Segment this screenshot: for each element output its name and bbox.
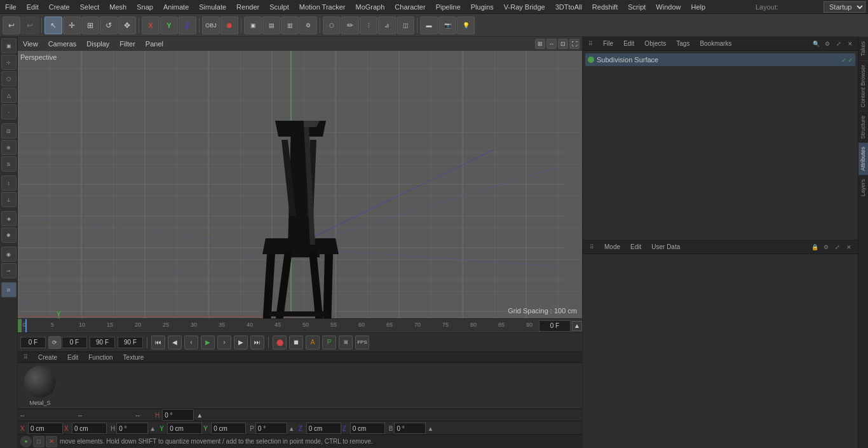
scale-tool-button[interactable]: ⊞ (81, 17, 99, 34)
object-checkmark2-icon[interactable]: ✓ (848, 57, 853, 64)
sidebar-magnet-btn[interactable]: S (1, 156, 17, 172)
attributes-settings-icon[interactable]: ⚙ (821, 242, 831, 252)
deformer-button[interactable]: ⊿ (378, 17, 396, 34)
menu-character[interactable]: Character (390, 2, 430, 12)
sidebar-loop-btn[interactable]: ↕ (1, 175, 17, 191)
objects-search-icon[interactable]: 🔍 (811, 39, 821, 49)
array-button[interactable]: ⋮ (360, 17, 377, 34)
menu-select[interactable]: Select (75, 2, 105, 12)
viewport-ctrl-3[interactable]: ⊡ (558, 39, 568, 49)
playback-fps-btn[interactable]: FPS (355, 336, 369, 350)
viewport-menu-view[interactable]: View (20, 39, 41, 49)
sidebar-fill-btn[interactable]: ◉ (1, 247, 17, 262)
sidebar-smooth-btn[interactable]: ⊸ (1, 263, 17, 278)
menu-animate[interactable]: Animate (158, 2, 194, 12)
playback-start-field[interactable] (20, 337, 46, 348)
menu-sculpt[interactable]: Sculpt (264, 2, 294, 12)
record-button[interactable]: ⏺ (220, 17, 238, 34)
menu-plugins[interactable]: Plugins (466, 2, 499, 12)
sidebar-poly-mode[interactable]: ⬡ (1, 71, 17, 86)
universal-tool-button[interactable]: ✥ (118, 17, 136, 34)
menu-help[interactable]: Help (686, 2, 710, 12)
sidebar-snap-btn[interactable]: ⊕ (1, 140, 17, 155)
playback-next-frame[interactable]: › (217, 336, 231, 350)
tab-attributes[interactable]: Attributes (858, 142, 868, 175)
menu-vray[interactable]: V-Ray Bridge (499, 2, 550, 12)
objects-settings-icon[interactable]: ⚙ (822, 39, 832, 49)
undo-button[interactable]: ↩ (3, 17, 20, 34)
attributes-close-icon[interactable]: ✕ (844, 242, 854, 252)
pen-tool-button[interactable]: ✏ (341, 17, 359, 34)
bottom-menu-edit[interactable]: Edit (65, 353, 81, 362)
sidebar-point-mode[interactable]: · (1, 104, 17, 119)
tab-structure[interactable]: Structure (858, 111, 868, 143)
tab-layers[interactable]: Layers (858, 175, 868, 200)
playback-step-field[interactable] (118, 337, 143, 348)
menu-3dtoall[interactable]: 3DTtoAll (550, 2, 587, 12)
object-item-subdivision[interactable]: Subdivision Surface ✓ ✓ (585, 53, 855, 66)
playback-goto-start[interactable]: ⏮ (151, 336, 165, 350)
playback-step-back[interactable]: ◀ (168, 336, 182, 350)
playback-goto-end[interactable]: ⏭ (250, 336, 264, 350)
redo-button[interactable]: ↩ (21, 17, 39, 34)
viewport-ctrl-1[interactable]: ⊞ (535, 39, 545, 49)
coord-h-field[interactable] (162, 409, 194, 421)
attributes-menu-edit[interactable]: Edit (628, 242, 644, 252)
object-checkmark-icon[interactable]: ✓ (841, 57, 846, 64)
sidebar-uv-mode[interactable]: ⊡ (1, 123, 17, 139)
playback-grid-btn[interactable]: ⊞ (339, 336, 353, 350)
y-pos-field[interactable] (167, 423, 202, 434)
playback-current-field[interactable] (62, 337, 87, 348)
move-tool-button[interactable]: ✛ (63, 17, 81, 34)
menu-edit[interactable]: Edit (22, 2, 44, 12)
mirror-button[interactable]: ◫ (397, 17, 414, 34)
sidebar-edge-cut[interactable]: ⊥ (1, 192, 17, 207)
playback-end-field[interactable] (90, 337, 115, 348)
rotate-tool-button[interactable]: ↺ (100, 17, 118, 34)
playback-auto-key[interactable]: A (306, 336, 320, 350)
viewport-menu-filter[interactable]: Filter (117, 39, 137, 49)
timeline-frame-up-btn[interactable]: ▲ (572, 321, 582, 331)
render-active-button[interactable]: ▥ (281, 17, 299, 34)
material-name[interactable]: Metal_S (29, 400, 50, 406)
perspective-cube-button[interactable]: ⬡ (323, 17, 341, 34)
objects-maximize-icon[interactable]: ⤢ (834, 39, 844, 49)
objects-menu-file[interactable]: File (600, 39, 616, 48)
x-pos-field[interactable] (28, 423, 63, 434)
sidebar-edge-mode[interactable]: △ (1, 88, 17, 103)
bottom-menu-texture[interactable]: Texture (121, 353, 147, 362)
menu-mesh[interactable]: Mesh (104, 2, 132, 12)
menu-snap[interactable]: Snap (132, 2, 158, 12)
viewport-menu-display[interactable]: Display (84, 39, 112, 49)
sidebar-bevel-btn[interactable]: ◈ (1, 211, 17, 226)
x-rot-field[interactable] (72, 423, 107, 434)
viewport-menu-panel[interactable]: Panel (143, 39, 166, 49)
bottom-menu-create[interactable]: Create (36, 353, 60, 362)
viewport-3d[interactable]: View Cameras Display Filter Panel ⊞ ↔ ⊡ … (18, 37, 582, 318)
menu-mograph[interactable]: MoGraph (350, 2, 390, 12)
viewport-ctrl-4[interactable]: ⛶ (569, 39, 580, 49)
playback-prev-frame[interactable]: ‹ (184, 336, 198, 350)
status-btn-1[interactable]: ● (20, 436, 32, 447)
y-rot-field[interactable] (211, 423, 246, 434)
render-settings-button[interactable]: ⚙ (299, 17, 317, 34)
bottom-menu-function[interactable]: Function (86, 353, 115, 362)
viewport-menu-cameras[interactable]: Cameras (46, 39, 79, 49)
timeline-frame-field[interactable] (539, 320, 571, 332)
playback-step-fwd[interactable]: ▶ (234, 336, 248, 350)
select-tool-button[interactable]: ↖ (44, 17, 62, 34)
attributes-menu-mode[interactable]: Mode (602, 242, 623, 252)
playback-record-pos[interactable]: ⬤ (273, 336, 287, 350)
z-rot-field[interactable] (350, 423, 385, 434)
menu-redshift[interactable]: Redshift (587, 2, 623, 12)
status-btn-3[interactable]: ✕ (46, 436, 57, 447)
tab-takes[interactable]: Takes (858, 37, 868, 60)
axis-x-button[interactable]: X (142, 17, 159, 34)
attributes-lock-icon[interactable]: 🔒 (810, 242, 820, 252)
playback-preview-btn[interactable]: P (322, 336, 336, 350)
objects-menu-objects[interactable]: Objects (642, 39, 668, 48)
menu-script[interactable]: Script (623, 2, 651, 12)
z-pos-field[interactable] (306, 423, 341, 434)
objects-menu-edit[interactable]: Edit (621, 39, 637, 48)
render-region-button[interactable]: ▣ (244, 17, 262, 34)
